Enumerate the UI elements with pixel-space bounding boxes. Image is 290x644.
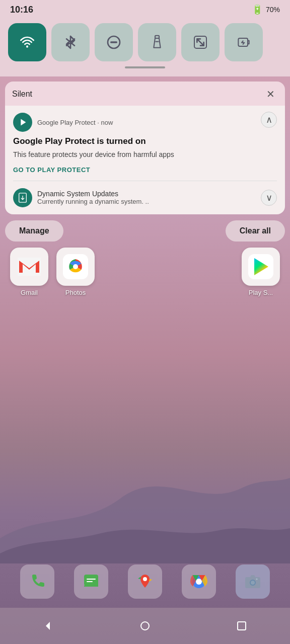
quick-settings-panel [0,18,290,76]
status-right: 🔋 70% [252,4,280,15]
app-grid: Gmail Photos [0,248,290,296]
svg-point-0 [26,46,28,48]
notif-left: Google Play Protect · now [13,113,113,132]
dsu-expand-button[interactable]: ∨ [261,190,277,206]
qs-tiles-row [8,23,282,61]
gmail-label: Gmail [21,289,38,296]
battery-icon: 🔋 [252,4,263,15]
svg-rect-19 [87,581,93,582]
app-item-photos[interactable]: Photos [56,248,95,296]
notification-shade: Silent ✕ Google Play Protect · now ∧ Goo… [5,82,285,214]
app-item-play-store[interactable]: Play S... [242,248,280,296]
svg-rect-30 [238,622,246,630]
dsu-icon [13,188,32,207]
play-store-label: Play S... [249,289,273,296]
dock-messages[interactable] [74,565,108,599]
svg-point-23 [196,579,201,584]
go-to-play-protect-button[interactable]: GO TO PLAY PROTECT [13,166,277,174]
qs-tile-battery-saver[interactable] [225,23,263,61]
photos-label: Photos [65,289,86,296]
nav-bar [0,608,290,644]
silent-label: Silent [12,90,32,99]
svg-point-27 [256,579,258,580]
notif-header-row: Google Play Protect · now ∧ [13,113,277,132]
svg-point-26 [251,581,255,585]
notification-play-protect: Google Play Protect · now ∧ Google Play … [5,106,285,181]
notif-title: Google Play Protect is turned on [13,136,277,147]
notification-card: Google Play Protect · now ∧ Google Play … [5,106,285,214]
notification-expand-button[interactable]: ∧ [261,112,277,128]
notif-small-text: Dynamic System Updates Currently running… [37,190,261,205]
notification-close-button[interactable]: ✕ [263,87,278,102]
notification-header: Silent ✕ [5,82,285,106]
svg-marker-5 [21,119,26,126]
notif-body: This feature protects your device from h… [13,150,277,160]
gmail-icon [10,248,48,286]
status-time: 10:16 [10,5,33,15]
dock-camera[interactable] [236,565,270,599]
nav-recents-button[interactable] [231,615,253,637]
battery-text: 70% [266,6,280,14]
qs-tile-dnd[interactable] [95,23,133,61]
manage-button[interactable]: Manage [5,220,63,242]
qs-drag-handle[interactable] [125,66,165,68]
status-bar: 10:16 🔋 70% [0,0,290,18]
nav-home-button[interactable] [134,615,156,637]
qs-tile-autorotate[interactable] [181,23,220,61]
qs-tile-wifi[interactable] [8,23,46,61]
play-store-icon [242,248,280,286]
qs-tile-bluetooth[interactable] [51,23,90,61]
dock-maps[interactable] [128,565,162,599]
app-item-gmail[interactable]: Gmail [10,248,48,296]
dsu-title: Dynamic System Updates [37,190,261,198]
notification-dsu: Dynamic System Updates Currently running… [5,181,285,214]
qs-tile-flashlight[interactable] [138,23,176,61]
dock [0,559,290,604]
svg-marker-28 [46,622,50,630]
clear-all-button[interactable]: Clear all [226,220,285,242]
nav-back-button[interactable] [37,615,59,637]
dock-chrome[interactable] [182,565,216,599]
notif-small-left: Dynamic System Updates Currently running… [13,188,261,207]
dsu-body: Currently running a dynamic system. .. [37,198,261,205]
notif-meta-text: Google Play Protect · now [37,119,113,126]
photos-icon [56,248,95,286]
svg-rect-18 [87,579,96,580]
play-protect-icon [13,113,32,132]
notification-actions: Manage Clear all [0,214,290,248]
svg-point-20 [143,577,147,581]
dock-phone[interactable] [20,565,54,599]
svg-point-14 [73,264,78,269]
svg-point-29 [141,622,149,630]
